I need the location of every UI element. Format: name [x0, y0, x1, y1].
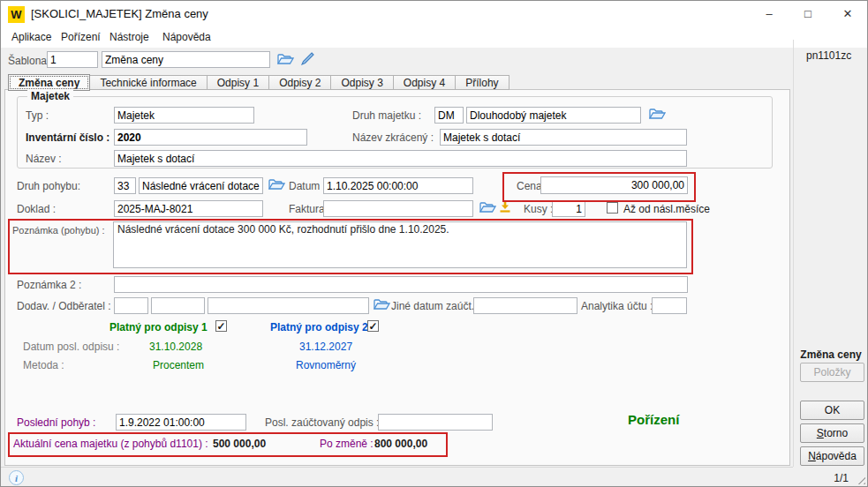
module-code: pn1101zc	[806, 49, 851, 62]
next-month-checkbox[interactable]	[607, 202, 618, 214]
window-title: [SKOLICI_MAJETEK] Změna ceny	[31, 7, 208, 20]
analytika-uctu-label: Analytika účtu :	[581, 300, 653, 312]
datum-input[interactable]	[323, 177, 473, 194]
menu-porizeni[interactable]: Pořízení	[61, 31, 101, 43]
doklad-label: Doklad :	[17, 203, 56, 215]
tab-zmena-ceny[interactable]: Změna ceny	[8, 74, 90, 91]
po-zmene-label: Po změně :	[320, 438, 374, 450]
tab-odpisy-4[interactable]: Odpisy 4	[394, 75, 456, 90]
tab-odpisy-3[interactable]: Odpisy 3	[331, 75, 393, 90]
odpisy1-checkbox[interactable]: ✓	[215, 320, 227, 332]
druh-majetku-folder-icon[interactable]	[648, 107, 666, 121]
cena-input[interactable]	[540, 176, 688, 194]
tab-prilohy[interactable]: Přílohy	[456, 75, 509, 90]
typ-label: Typ :	[26, 109, 49, 122]
storno-button[interactable]: Storno	[800, 423, 864, 443]
status-bar	[1, 467, 793, 487]
template-edit-pencil-icon[interactable]	[300, 52, 314, 66]
tab-technicke-informace[interactable]: Technické informace	[90, 75, 207, 90]
sidebar-separator	[793, 40, 794, 467]
porizeni-status: Pořízení	[628, 414, 679, 426]
poznamka2-label: Poznámka 2 :	[17, 279, 81, 291]
minimize-button[interactable]: –	[750, 1, 789, 27]
nazev-zkraceny-input[interactable]	[440, 129, 687, 146]
doklad-input[interactable]	[114, 200, 263, 217]
tab-strip: Změna ceny Technické informace Odpisy 1 …	[8, 73, 509, 90]
poznamka-pohybu-textarea[interactable]: Následné vrácení dotace 300 000 Kč, rozh…	[113, 221, 687, 268]
datum-label: Datum :	[289, 180, 326, 192]
tab-odpisy-1[interactable]: Odpisy 1	[208, 75, 269, 90]
odpisy2-checkbox[interactable]: ✓	[367, 320, 379, 332]
dodavatel-input-3[interactable]	[208, 297, 369, 314]
nazev-zkraceny-label: Název zkrácený :	[352, 131, 434, 144]
dodavatel-folder-icon[interactable]	[373, 297, 390, 311]
info-icon[interactable]: i	[9, 470, 24, 485]
druh-majetku-name-input[interactable]	[466, 107, 641, 124]
inventarni-cislo-input[interactable]	[114, 129, 307, 146]
app-window: W [SKOLICI_MAJETEK] Změna ceny – □ ✕ Apl…	[0, 0, 868, 487]
poznamka-pohybu-label: Poznámka (pohybu) :	[12, 224, 105, 236]
resize-grip[interactable]	[855, 474, 865, 484]
polozky-button[interactable]: Položky	[800, 363, 864, 382]
odpisy2-last-date: 31.12.2027	[299, 341, 352, 353]
aktualni-cena-value: 500 000,00	[213, 438, 266, 450]
menu-napoveda[interactable]: Nápověda	[162, 31, 211, 43]
menu-aplikace[interactable]: Aplikace	[11, 31, 51, 43]
odpisy1-header: Platný pro odpisy 1	[109, 321, 208, 333]
tab-odpisy-2[interactable]: Odpisy 2	[269, 75, 331, 90]
odpisy2-method: Rovnoměrný	[296, 359, 356, 371]
dodavatel-input-1[interactable]	[114, 297, 148, 314]
kusy-input[interactable]	[552, 200, 585, 217]
dodavatel-input-2[interactable]	[151, 297, 205, 314]
dodavatel-label: Dodav. / Odběratel :	[17, 300, 111, 312]
menu-nastroje[interactable]: Nástroje	[109, 31, 149, 43]
posledni-pohyb-label: Poslední pohyb :	[17, 416, 95, 429]
posledni-pohyb-input[interactable]	[116, 414, 246, 431]
odpisy2-header: Platný pro odpisy 2	[270, 321, 368, 333]
typ-input[interactable]	[114, 107, 254, 124]
po-zmene-value: 800 000,00	[374, 438, 427, 450]
napoveda-button[interactable]: Nápověda	[800, 446, 864, 466]
next-month-label: Až od násl.měsíce	[623, 203, 710, 215]
posl-zauctovany-odpis-input[interactable]	[378, 414, 493, 431]
inventarni-cislo-label: Inventární číslo :	[26, 131, 109, 144]
jine-datum-input[interactable]	[473, 297, 577, 314]
menu-bar: Aplikace Pořízení Nástroje Nápověda	[1, 27, 868, 48]
druh-majetku-label: Druh majetku :	[352, 109, 421, 122]
asset-group-title: Majetek	[27, 90, 73, 102]
druh-pohybu-folder-icon[interactable]	[268, 177, 285, 191]
posl-zauctovany-odpis-label: Posl. zaúčtovaný odpis :	[265, 416, 379, 429]
page-indicator: 1/1	[806, 472, 849, 484]
metoda-label: Metoda :	[23, 359, 64, 371]
maximize-button[interactable]: □	[789, 1, 827, 27]
jine-datum-label: Jiné datum zaúčt. :	[391, 300, 480, 312]
close-button[interactable]: ✕	[827, 1, 868, 27]
aktualni-cena-label: Aktuální cena majetku (z pohybů d1101) :	[13, 438, 208, 450]
nazev-label: Název :	[26, 153, 62, 165]
analytika-uctu-input[interactable]	[652, 297, 687, 314]
template-folder-icon[interactable]	[276, 52, 294, 66]
title-bar: W [SKOLICI_MAJETEK] Změna ceny – □ ✕	[1, 1, 868, 28]
cena-label: Cena	[517, 180, 542, 192]
ok-button[interactable]: OK	[800, 401, 864, 420]
odpisy1-last-date: 31.10.2028	[149, 341, 202, 353]
druh-pohybu-name-input[interactable]	[139, 177, 263, 194]
druh-majetku-code-input[interactable]	[434, 107, 464, 124]
kusy-label: Kusy :	[524, 203, 553, 215]
template-name-input[interactable]	[102, 51, 270, 68]
druh-pohybu-label: Druh pohybu:	[17, 180, 80, 192]
druh-pohybu-code-input[interactable]	[114, 177, 136, 194]
odpisy1-method: Procentem	[153, 359, 204, 371]
sidebar-panel-title: Změna ceny	[794, 348, 868, 361]
template-number-input[interactable]	[47, 51, 98, 68]
nazev-input[interactable]	[114, 150, 687, 167]
faktura-input[interactable]	[323, 200, 473, 217]
faktura-download-icon[interactable]	[498, 200, 512, 214]
poznamka2-input[interactable]	[114, 276, 688, 293]
faktura-folder-icon[interactable]	[479, 200, 496, 214]
datum-posl-odpisu-label: Datum posl. odpisu :	[23, 341, 119, 353]
app-logo-icon: W	[8, 6, 25, 23]
